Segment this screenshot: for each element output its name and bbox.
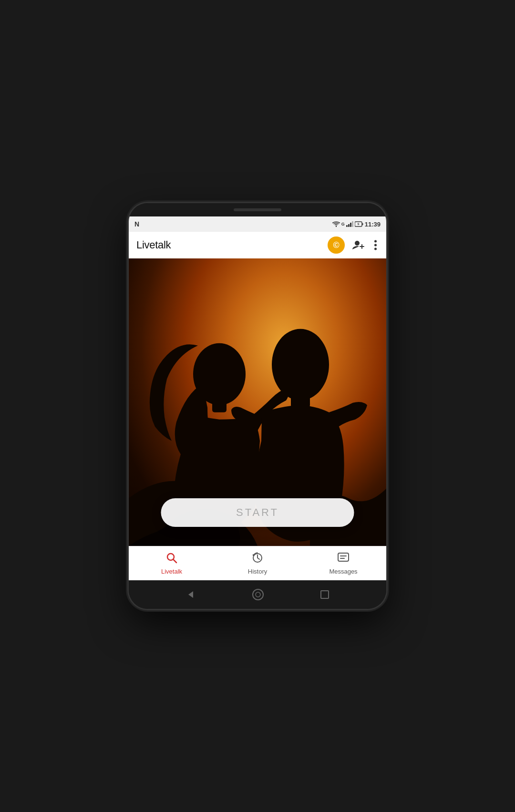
chat-icon: [337, 552, 350, 564]
search-icon-red: [165, 552, 178, 564]
g-badge: G: [341, 222, 345, 226]
status-bar: N G: [129, 216, 386, 232]
app-bar: Livetalk ©: [129, 232, 386, 258]
signal-bar-1: [346, 225, 348, 227]
bottom-bezel: [129, 580, 386, 609]
svg-point-5: [374, 244, 377, 247]
bottom-nav: Livetalk History: [129, 546, 386, 580]
status-time: 11:39: [365, 221, 381, 228]
app-title: Livetalk: [136, 239, 322, 251]
speaker-grille: [234, 208, 281, 211]
history-clock-icon: [251, 552, 264, 564]
top-bezel: [129, 203, 386, 216]
signal-icon: [346, 221, 353, 227]
svg-rect-8: [212, 401, 227, 412]
svg-marker-18: [188, 591, 193, 598]
livetalk-icon: [165, 552, 178, 566]
more-menu-button[interactable]: [372, 238, 379, 252]
status-bar-left: N: [134, 220, 139, 228]
start-button[interactable]: START: [161, 498, 354, 527]
messages-icon: [337, 552, 350, 566]
svg-rect-1: [362, 223, 363, 225]
history-icon: [251, 552, 264, 566]
system-home-button[interactable]: [252, 589, 264, 600]
wifi-icon: [332, 221, 340, 227]
nav-label-history: History: [248, 568, 267, 575]
coin-button[interactable]: ©: [328, 236, 345, 254]
more-vert-icon: [374, 240, 377, 250]
coin-icon: ©: [333, 240, 339, 250]
carrier-icon: N: [134, 220, 139, 228]
system-recent-button[interactable]: [320, 590, 329, 599]
system-back-button[interactable]: [186, 590, 196, 599]
nav-tab-messages[interactable]: Messages: [300, 548, 386, 579]
svg-point-9: [272, 329, 329, 401]
signal-bar-3: [350, 223, 351, 227]
signal-bar-4: [352, 221, 353, 227]
start-button-container: START: [161, 498, 354, 527]
phone-frame: N G: [129, 203, 386, 609]
nav-tab-history[interactable]: History: [215, 548, 300, 579]
hero-image: START: [129, 258, 386, 546]
signal-bar-2: [348, 224, 350, 227]
svg-point-4: [374, 240, 377, 243]
svg-point-19: [256, 592, 260, 597]
status-bar-right: G 11:39: [332, 221, 381, 228]
phone-screen: N G: [129, 216, 386, 580]
nav-label-messages: Messages: [329, 568, 357, 575]
add-person-button[interactable]: [350, 238, 367, 252]
svg-point-6: [374, 248, 377, 250]
add-person-icon: [352, 240, 365, 250]
battery-icon: [355, 221, 363, 227]
svg-rect-15: [338, 553, 349, 561]
svg-line-12: [174, 560, 177, 563]
nav-label-livetalk: Livetalk: [161, 568, 182, 575]
nav-tab-livetalk[interactable]: Livetalk: [129, 548, 215, 579]
